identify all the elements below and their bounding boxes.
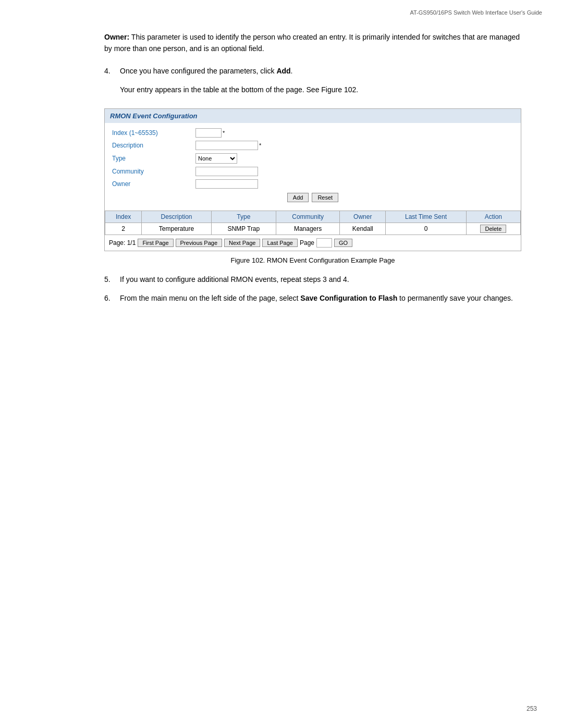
owner-text: This parameter is used to identify the p… bbox=[104, 33, 520, 53]
page-info-label: Page: 1/1 bbox=[109, 239, 136, 246]
cell-index: 2 bbox=[105, 223, 142, 235]
step-6: 6. From the main menu on the left side o… bbox=[104, 292, 521, 304]
first-page-button[interactable]: First Page bbox=[138, 239, 173, 247]
figure-title: RMON Event Configuration bbox=[110, 112, 198, 120]
add-button[interactable]: Add bbox=[287, 193, 309, 202]
form-row-owner: Owner bbox=[112, 179, 513, 189]
last-page-button[interactable]: Last Page bbox=[262, 239, 298, 247]
step-4-bold: Add bbox=[276, 67, 290, 75]
go-button[interactable]: GO bbox=[334, 239, 352, 247]
pagination-row: Page: 1/1 First Page Previous Page Next … bbox=[105, 235, 521, 251]
step-5: 5. If you want to configure additional R… bbox=[104, 274, 521, 285]
step-5-text: If you want to configure additional RMON… bbox=[120, 274, 521, 285]
index-input[interactable] bbox=[195, 128, 222, 138]
form-section: Index (1~65535) * Description * Type Non… bbox=[105, 123, 521, 211]
owner-label: Owner: bbox=[104, 33, 129, 41]
page-label: Page bbox=[300, 239, 314, 246]
step-6-num: 6. bbox=[104, 292, 120, 304]
main-content: Owner: This parameter is used to identif… bbox=[0, 16, 563, 342]
form-row-description: Description * bbox=[112, 141, 513, 150]
next-page-button[interactable]: Next Page bbox=[224, 239, 260, 247]
header-title: AT-GS950/16PS Switch Web Interface User'… bbox=[410, 9, 542, 16]
owner-field-label: Owner bbox=[112, 180, 195, 188]
step-5-num: 5. bbox=[104, 274, 120, 285]
page-number: 253 bbox=[527, 705, 537, 712]
type-label: Type bbox=[112, 155, 195, 162]
previous-page-button[interactable]: Previous Page bbox=[176, 239, 223, 247]
col-action: Action bbox=[466, 211, 520, 223]
index-asterisk: * bbox=[223, 130, 225, 136]
cell-community: Managers bbox=[276, 223, 339, 235]
owner-paragraph: Owner: This parameter is used to identif… bbox=[104, 31, 521, 55]
page-input[interactable] bbox=[316, 238, 332, 248]
type-select[interactable]: None bbox=[195, 153, 237, 164]
form-buttons: Add Reset bbox=[112, 193, 513, 202]
reset-button[interactable]: Reset bbox=[312, 193, 338, 202]
owner-input[interactable] bbox=[195, 179, 258, 189]
step-4-num: 4. bbox=[104, 65, 120, 77]
col-owner: Owner bbox=[340, 211, 386, 223]
form-row-type: Type None bbox=[112, 153, 513, 164]
col-community: Community bbox=[276, 211, 339, 223]
cell-owner: Kendall bbox=[340, 223, 386, 235]
cell-action: Delete bbox=[466, 223, 520, 235]
rmon-table: Index Description Type Community Owner L… bbox=[105, 211, 521, 235]
form-row-index: Index (1~65535) * bbox=[112, 128, 513, 138]
table-header-row: Index Description Type Community Owner L… bbox=[105, 211, 521, 223]
step-6-bold: Save Configuration to Flash bbox=[300, 294, 397, 302]
step-4-sub: Your entry appears in the table at the b… bbox=[120, 84, 521, 95]
community-label: Community bbox=[112, 168, 195, 175]
figure-caption: Figure 102. RMON Event Configuration Exa… bbox=[104, 256, 521, 264]
col-last-time-sent: Last Time Sent bbox=[386, 211, 466, 223]
step-4-text: Once you have configured the parameters,… bbox=[120, 65, 521, 77]
col-index: Index bbox=[105, 211, 142, 223]
col-type: Type bbox=[211, 211, 276, 223]
table-row: 2 Temperature SNMP Trap Managers Kendall… bbox=[105, 223, 521, 235]
index-label: Index (1~65535) bbox=[112, 129, 195, 137]
col-description: Description bbox=[142, 211, 211, 223]
community-input[interactable] bbox=[195, 167, 258, 176]
figure-title-bar: RMON Event Configuration bbox=[105, 109, 521, 123]
description-input[interactable] bbox=[195, 141, 258, 150]
form-row-community: Community bbox=[112, 167, 513, 176]
description-label: Description bbox=[112, 142, 195, 149]
cell-type: SNMP Trap bbox=[211, 223, 276, 235]
step-6-text: From the main menu on the left side of t… bbox=[120, 292, 521, 304]
rmon-figure-box: RMON Event Configuration Index (1~65535)… bbox=[104, 108, 521, 251]
page-header: AT-GS950/16PS Switch Web Interface User'… bbox=[0, 0, 563, 16]
cell-last-time-sent: 0 bbox=[386, 223, 466, 235]
description-asterisk: * bbox=[259, 142, 261, 149]
cell-description: Temperature bbox=[142, 223, 211, 235]
step-4: 4. Once you have configured the paramete… bbox=[104, 65, 521, 77]
step-4-subtext: Your entry appears in the table at the b… bbox=[120, 85, 358, 94]
delete-button[interactable]: Delete bbox=[480, 225, 506, 233]
page-footer: 253 bbox=[527, 705, 537, 712]
